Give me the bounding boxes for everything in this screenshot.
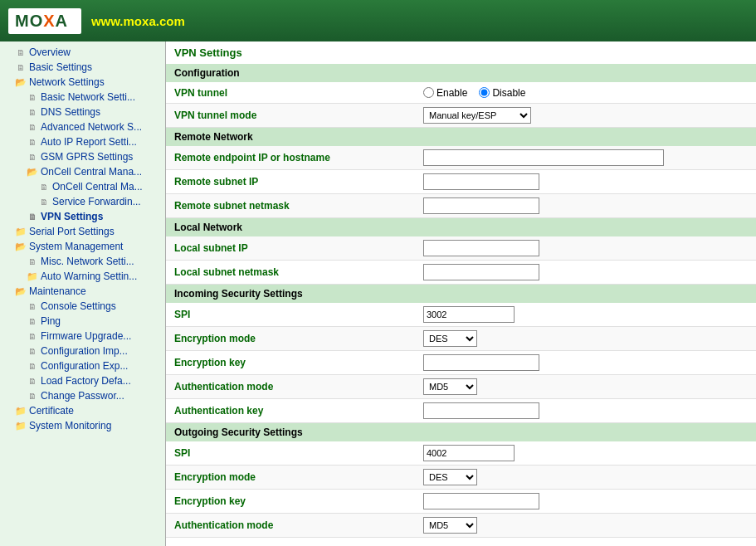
sidebar-label-oncell: OnCell Central Mana... — [41, 166, 142, 178]
sidebar-item-gsm[interactable]: 🗎 GSM GPRS Settings — [0, 149, 165, 164]
sidebar-item-auto-warning[interactable]: 📁 Auto Warning Settin... — [0, 269, 165, 284]
sidebar-item-config-import[interactable]: 🗎 Configuration Imp... — [0, 344, 165, 358]
outgoing-encryption-key-control — [423, 493, 539, 509]
sidebar-item-network-settings[interactable]: 📂 Network Settings — [0, 75, 165, 90]
incoming-spi-input[interactable] — [423, 306, 515, 323]
vpn-tunnel-enable-label[interactable]: Enable — [423, 87, 467, 99]
outgoing-encryption-key-label: Encryption key — [174, 495, 423, 507]
incoming-auth-mode-select[interactable]: MD5 SHA1 None — [423, 378, 477, 395]
outgoing-encryption-key-input[interactable] — [423, 493, 539, 509]
sidebar-item-maintenance[interactable]: 📂 Maintenance — [0, 284, 165, 299]
outgoing-auth-mode-select[interactable]: MD5 SHA1 None — [423, 517, 477, 534]
sidebar-item-system-management[interactable]: 📂 System Management — [0, 239, 165, 254]
incoming-encryption-mode-row: Encryption mode DES AES None — [166, 327, 756, 351]
sidebar-item-serial-port[interactable]: 📁 Serial Port Settings — [0, 224, 165, 239]
vpn-tunnel-mode-row: VPN tunnel mode Manual key/ESP — [166, 104, 756, 128]
remote-endpoint-label: Remote endpoint IP or hostname — [174, 152, 423, 163]
remote-subnet-netmask-row: Remote subnet netmask — [166, 194, 756, 218]
sidebar-label-vpn: VPN Settings — [41, 211, 103, 222]
incoming-auth-key-row: Authentication key — [166, 399, 756, 423]
sidebar: 🗎 Overview 🗎 Basic Settings 📂 Network Se… — [0, 41, 166, 546]
section-incoming-security: Incoming Security Settings — [166, 285, 756, 303]
incoming-encryption-mode-control: DES AES None — [423, 330, 477, 347]
outgoing-spi-input[interactable] — [423, 445, 515, 461]
folder-closed-icon: 📁 — [15, 405, 27, 417]
sidebar-item-service-forwarding[interactable]: 🗎 Service Forwardin... — [0, 194, 165, 209]
sidebar-item-console-settings[interactable]: 🗎 Console Settings — [0, 299, 165, 314]
incoming-encryption-mode-label: Encryption mode — [174, 333, 423, 344]
sidebar-label-basic-settings: Basic Settings — [29, 61, 92, 73]
incoming-auth-key-input[interactable] — [423, 402, 539, 419]
outgoing-spi-label: SPI — [174, 447, 423, 459]
incoming-auth-key-control — [423, 402, 539, 419]
sidebar-label-overview: Overview — [29, 46, 71, 58]
sidebar-label-gsm: GSM GPRS Settings — [41, 151, 133, 163]
outgoing-encryption-key-row: Encryption key — [166, 490, 756, 514]
vpn-tunnel-disable-label[interactable]: Disable — [479, 87, 525, 99]
local-subnet-ip-input[interactable] — [423, 240, 539, 256]
content-area: VPN Settings Configuration VPN tunnel En… — [166, 41, 756, 546]
logo-x: X — [43, 12, 55, 30]
sidebar-label-config-import: Configuration Imp... — [41, 345, 128, 357]
sidebar-item-oncell-sub[interactable]: 🗎 OnCell Central Ma... — [0, 179, 165, 194]
incoming-auth-key-label: Authentication key — [174, 405, 423, 417]
sidebar-item-basic-settings[interactable]: 🗎 Basic Settings — [0, 60, 165, 75]
vpn-tunnel-disable-radio[interactable] — [479, 87, 490, 98]
vpn-tunnel-enable-text: Enable — [437, 87, 467, 99]
logo: MOXA® — [8, 8, 81, 34]
sidebar-label-auto-warning: Auto Warning Settin... — [41, 271, 137, 282]
sidebar-item-basic-network[interactable]: 🗎 Basic Network Setti... — [0, 90, 165, 105]
incoming-encryption-key-input[interactable] — [423, 354, 539, 371]
sidebar-item-vpn-settings[interactable]: 🗎 VPN Settings — [0, 209, 165, 224]
sidebar-item-change-password[interactable]: 🗎 Change Passwor... — [0, 388, 165, 403]
sidebar-item-overview[interactable]: 🗎 Overview — [0, 45, 165, 60]
folder-open-icon: 📂 — [27, 166, 38, 178]
sidebar-item-load-factory[interactable]: 🗎 Load Factory Defa... — [0, 373, 165, 388]
remote-subnet-ip-input[interactable] — [423, 173, 539, 190]
outgoing-encryption-mode-select[interactable]: DES AES None — [423, 469, 477, 485]
page-icon: 🗎 — [27, 106, 38, 118]
outgoing-spi-control — [423, 445, 515, 461]
outgoing-auth-mode-control: MD5 SHA1 None — [423, 517, 477, 534]
sidebar-label-misc-network: Misc. Network Setti... — [41, 256, 134, 267]
remote-endpoint-row: Remote endpoint IP or hostname — [166, 146, 756, 170]
sidebar-item-ping[interactable]: 🗎 Ping — [0, 314, 165, 329]
logo-trademark: ® — [69, 14, 75, 22]
incoming-auth-mode-label: Authentication mode — [174, 381, 423, 392]
sidebar-label-dns: DNS Settings — [41, 106, 100, 118]
page-icon: 🗎 — [38, 196, 50, 207]
sidebar-item-oncell[interactable]: 📂 OnCell Central Mana... — [0, 164, 165, 179]
remote-subnet-netmask-input[interactable] — [423, 197, 539, 214]
page-icon: 🗎 — [27, 315, 38, 327]
sidebar-item-auto-ip[interactable]: 🗎 Auto IP Report Setti... — [0, 134, 165, 149]
sidebar-item-system-monitoring[interactable]: 📁 System Monitoring — [0, 418, 165, 433]
sidebar-label-console: Console Settings — [41, 300, 116, 312]
sidebar-item-advanced-network[interactable]: 🗎 Advanced Network S... — [0, 119, 165, 134]
remote-endpoint-control — [423, 149, 664, 166]
sidebar-label-oncell-sub: OnCell Central Ma... — [52, 181, 143, 193]
remote-subnet-netmask-label: Remote subnet netmask — [174, 200, 423, 212]
incoming-encryption-mode-select[interactable]: DES AES None — [423, 330, 477, 347]
vpn-tunnel-enable-radio[interactable] — [423, 87, 434, 98]
vpn-tunnel-mode-select[interactable]: Manual key/ESP — [423, 107, 531, 124]
outgoing-encryption-mode-row: Encryption mode DES AES None — [166, 466, 756, 490]
local-subnet-ip-label: Local subnet IP — [174, 242, 423, 254]
remote-endpoint-input[interactable] — [423, 149, 664, 166]
sidebar-item-misc-network[interactable]: 🗎 Misc. Network Setti... — [0, 254, 165, 269]
outgoing-encryption-mode-control: DES AES None — [423, 469, 477, 485]
sidebar-item-firmware[interactable]: 🗎 Firmware Upgrade... — [0, 329, 165, 344]
sidebar-label-network-settings: Network Settings — [29, 76, 105, 88]
local-subnet-netmask-input[interactable] — [423, 264, 539, 280]
sidebar-label-ping: Ping — [41, 315, 61, 327]
vpn-tunnel-control: Enable Disable — [423, 87, 532, 99]
page-icon: 🗎 — [15, 61, 27, 73]
page-icon: 🗎 — [38, 181, 50, 193]
sidebar-label-auto-ip: Auto IP Report Setti... — [41, 136, 137, 148]
sidebar-item-config-export[interactable]: 🗎 Configuration Exp... — [0, 358, 165, 373]
folder-open-icon: 📂 — [15, 285, 27, 297]
remote-subnet-ip-label: Remote subnet IP — [174, 176, 423, 188]
sidebar-item-certificate[interactable]: 📁 Certificate — [0, 403, 165, 418]
outgoing-spi-row: SPI — [166, 441, 756, 466]
section-local-network: Local Network — [166, 218, 756, 236]
sidebar-item-dns[interactable]: 🗎 DNS Settings — [0, 105, 165, 119]
